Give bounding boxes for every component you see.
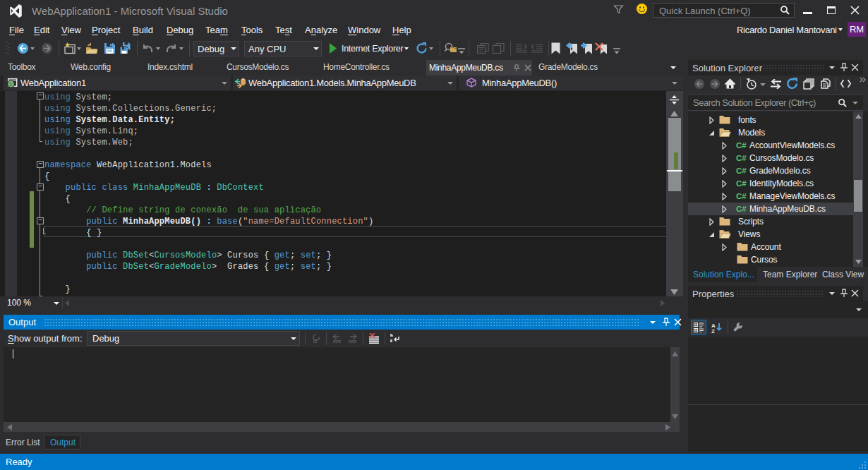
svg-text:C#: C# <box>736 192 747 200</box>
svg-text:Z: Z <box>711 328 715 333</box>
svg-text:C#: C# <box>736 179 747 188</box>
svg-text:C#: C# <box>736 167 747 175</box>
svg-text:C#: C# <box>736 154 747 162</box>
svg-text:C#: C# <box>736 141 747 150</box>
svg-text:C#: C# <box>736 205 747 213</box>
